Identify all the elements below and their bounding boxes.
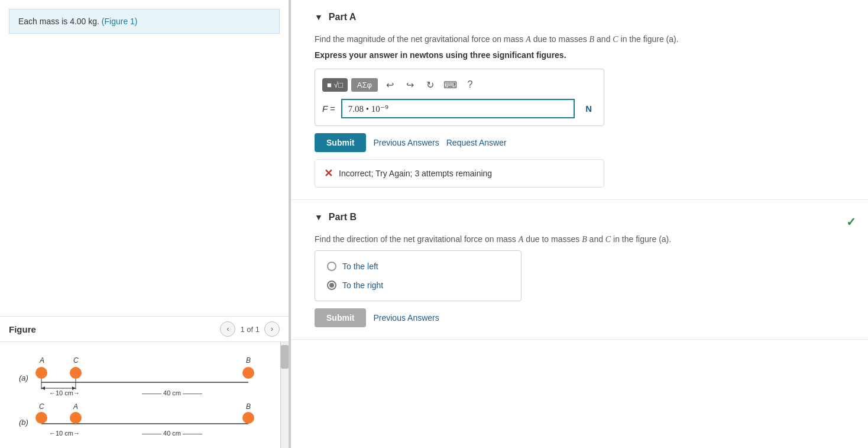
part-a-request-answer-link[interactable]: Request Answer: [446, 138, 507, 147]
sqrt-icon: √□: [334, 80, 343, 89]
part-b-section: ✓ ▼ Part B Find the direction of the net…: [291, 200, 868, 340]
figure-scrollbar[interactable]: [280, 342, 289, 448]
svg-text:←10 cm→: ←10 cm→: [49, 389, 80, 397]
figure-svg-area: (a) ←10 cm→ ——— 40 cm ———: [0, 342, 280, 448]
part-b-submit-button[interactable]: Submit: [315, 308, 366, 327]
formula-icon: ■: [327, 80, 332, 89]
figure-diagram: (a) ←10 cm→ ——— 40 cm ———: [12, 348, 272, 443]
scroll-thumb: [281, 345, 289, 369]
svg-point-14: [242, 367, 254, 379]
part-a-collapse-arrow[interactable]: ▼: [315, 12, 323, 22]
svg-point-10: [35, 367, 47, 379]
radio-right-circle: [327, 281, 336, 290]
radio-right-label: To the right: [342, 281, 383, 290]
part-b-option-left[interactable]: To the left: [324, 257, 512, 276]
svg-marker-5: [41, 386, 45, 390]
part-a-header: ▼ Part A: [315, 12, 844, 22]
part-a-submit-button[interactable]: Submit: [315, 133, 366, 152]
part-a-answer-box: ■ √□ ΑΣφ ↩ ↪ ↻ ⌨ ? F = N: [315, 69, 604, 126]
part-b-header: ▼ Part B: [315, 212, 844, 223]
svg-text:A: A: [39, 356, 44, 365]
part-b-option-right[interactable]: To the right: [324, 276, 512, 295]
keyboard-button[interactable]: ⌨: [442, 76, 458, 93]
part-a-instruction: Express your answer in newtons using thr…: [315, 50, 844, 60]
formula-row: F = N: [322, 99, 597, 118]
formula-label: F =: [322, 104, 335, 114]
right-panel: ▼ Part A Find the magnitude of the net g…: [291, 0, 868, 448]
part-a-toolbar: ■ √□ ΑΣφ ↩ ↪ ↻ ⌨ ?: [322, 76, 597, 93]
info-text: Each mass is 4.00 kg.: [18, 17, 99, 26]
svg-text:B: B: [246, 402, 251, 411]
figure-section: Figure ‹ 1 of 1 › (a): [0, 316, 289, 448]
figure-canvas: (a) ←10 cm→ ——— 40 cm ———: [0, 341, 289, 448]
svg-text:——— 40 cm ———: ——— 40 cm ———: [142, 430, 202, 437]
error-icon: ✕: [324, 167, 333, 180]
svg-text:C: C: [73, 356, 79, 365]
figure-nav-count: 1 of 1: [240, 325, 260, 334]
svg-point-20: [35, 412, 47, 424]
svg-point-22: [70, 412, 82, 424]
error-text: Incorrect; Try Again; 3 attempts remaini…: [339, 169, 492, 178]
svg-point-24: [242, 412, 254, 424]
formula-input[interactable]: [341, 99, 575, 118]
symbol-button[interactable]: ΑΣφ: [351, 78, 378, 92]
formula-button-group[interactable]: ■ √□: [322, 78, 348, 92]
svg-text:——— 40 cm ———: ——— 40 cm ———: [142, 389, 202, 397]
info-box: Each mass is 4.00 kg. (Figure 1): [9, 9, 280, 34]
formula-unit: N: [581, 104, 597, 114]
part-a-title: Part A: [329, 12, 357, 22]
radio-left-circle: [327, 262, 336, 271]
svg-text:←10 cm→: ←10 cm→: [49, 430, 80, 437]
part-a-error-box: ✕ Incorrect; Try Again; 3 attempts remai…: [315, 159, 604, 188]
figure-title: Figure: [9, 324, 36, 334]
part-a-section: ▼ Part A Find the magnitude of the net g…: [291, 0, 868, 200]
part-a-previous-answers-link[interactable]: Previous Answers: [373, 138, 439, 147]
svg-text:(a): (a): [19, 373, 28, 382]
part-a-actions: Submit Previous Answers Request Answer: [315, 133, 844, 152]
radio-left-label: To the left: [342, 262, 378, 271]
help-button[interactable]: ?: [462, 76, 478, 93]
part-b-previous-answers-link[interactable]: Previous Answers: [373, 313, 439, 323]
redo-button[interactable]: ↪: [401, 76, 418, 93]
figure-header: Figure ‹ 1 of 1 ›: [0, 317, 289, 341]
svg-text:A: A: [73, 402, 78, 411]
part-b-description: Find the direction of the net gravitatio…: [315, 233, 844, 246]
refresh-button[interactable]: ↻: [422, 76, 438, 93]
part-a-description: Find the magnitude of the net gravitatio…: [315, 33, 844, 46]
svg-text:B: B: [246, 356, 251, 365]
part-b-title: Part B: [329, 212, 357, 223]
undo-button[interactable]: ↩: [381, 76, 398, 93]
part-b-actions: Submit Previous Answers: [315, 308, 844, 327]
svg-text:(b): (b): [19, 418, 28, 427]
figure-nav: ‹ 1 of 1 ›: [220, 321, 280, 337]
figure-link[interactable]: (Figure 1): [102, 17, 138, 26]
next-figure-button[interactable]: ›: [264, 321, 280, 337]
part-b-collapse-arrow[interactable]: ▼: [315, 212, 323, 222]
part-b-checkmark: ✓: [846, 215, 856, 229]
svg-text:C: C: [39, 402, 44, 411]
part-b-radio-box: To the left To the right: [315, 250, 522, 301]
svg-point-12: [70, 367, 82, 379]
prev-figure-button[interactable]: ‹: [220, 321, 235, 337]
left-panel: Each mass is 4.00 kg. (Figure 1) Figure …: [0, 0, 290, 448]
